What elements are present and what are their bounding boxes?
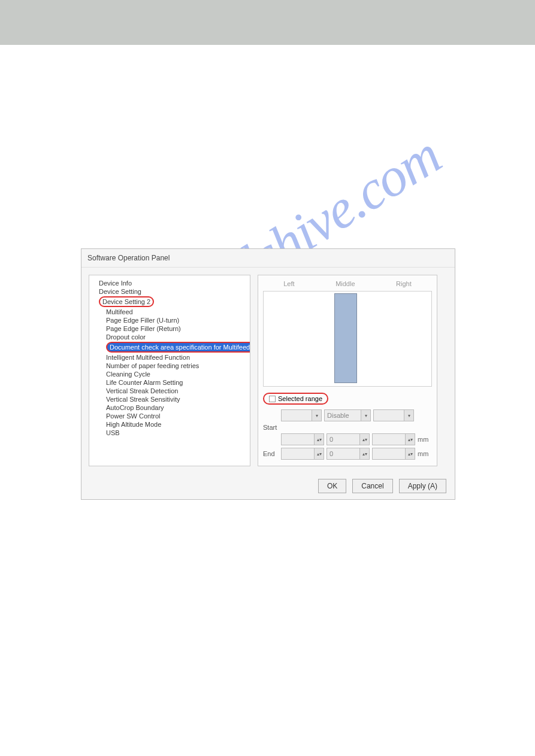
spinner-icon: ▴▾ xyxy=(314,434,324,445)
tree-item-multifeed[interactable]: Multifeed xyxy=(92,308,247,316)
tree-item-device-info[interactable]: Device Info xyxy=(92,279,247,287)
end-num-3[interactable]: ▴▾ xyxy=(372,448,415,460)
start-zero: 0 xyxy=(327,436,333,443)
start-num-2[interactable]: 0▴▾ xyxy=(327,433,370,445)
chevron-down-icon: ▾ xyxy=(404,410,413,421)
tree-item-usb[interactable]: USB xyxy=(92,429,247,437)
tree-item-page-edge-return[interactable]: Page Edge Filler (Return) xyxy=(92,324,247,333)
end-zero: 0 xyxy=(327,450,333,457)
document-preview xyxy=(263,291,432,387)
settings-tree[interactable]: Device Info Device Setting Device Settin… xyxy=(89,275,250,466)
selected-range-checkbox[interactable] xyxy=(269,396,276,402)
tree-item-vertical-streak-detection[interactable]: Vertical Streak Detection xyxy=(92,387,247,395)
tree-item-page-edge-uturn[interactable]: Page Edge Filler (U-turn) xyxy=(92,316,247,324)
spinner-icon: ▴▾ xyxy=(405,434,415,445)
col-middle: Middle xyxy=(335,280,355,287)
spinner-icon: ▴▾ xyxy=(314,448,324,459)
highlight-selected-range: Selected range xyxy=(263,393,328,405)
selected-range-row: Selected range xyxy=(263,393,432,405)
tree-item-intelligent-multifeed[interactable]: Intelligent Multifeed Function xyxy=(92,353,247,362)
combo-2[interactable]: ▾ xyxy=(373,409,414,421)
spinner-icon: ▴▾ xyxy=(359,448,369,459)
spinner-icon: ▴▾ xyxy=(359,434,369,445)
tree-item-high-altitude[interactable]: High Altitude Mode xyxy=(92,420,247,429)
end-num-1[interactable]: ▴▾ xyxy=(281,448,324,460)
software-operation-panel-dialog: Software Operation Panel Device Info Dev… xyxy=(81,248,455,500)
apply-button[interactable]: Apply (A) xyxy=(399,479,446,493)
highlight-doc-check-area: Document check area specification for Mu… xyxy=(106,342,250,353)
top-grey-bar xyxy=(0,0,535,45)
selected-range-label: Selected range xyxy=(278,395,322,402)
start-unit: mm xyxy=(418,436,428,443)
dialog-body: Device Info Device Setting Device Settin… xyxy=(81,268,455,473)
tree-item-power-sw-control[interactable]: Power SW Control xyxy=(92,412,247,420)
disable-row: ▾ Disable▾ ▾ xyxy=(263,409,432,421)
end-label: End xyxy=(263,450,279,457)
dialog-title: Software Operation Panel xyxy=(81,249,455,268)
tree-item-life-counter-alarm[interactable]: Life Counter Alarm Setting xyxy=(92,378,247,387)
tree-item-cleaning-cycle[interactable]: Cleaning Cycle xyxy=(92,370,247,378)
spinner-icon: ▴▾ xyxy=(405,448,415,459)
highlight-device-setting-2: Device Setting 2 xyxy=(99,296,154,307)
col-left: Left xyxy=(283,280,294,287)
button-bar: OK Cancel Apply (A) xyxy=(318,479,446,493)
right-panel: Left Middle Right Selected range ▾ Disab… xyxy=(258,275,437,466)
chevron-down-icon: ▾ xyxy=(361,410,370,421)
start-label: Start xyxy=(263,424,279,431)
end-unit: mm xyxy=(418,450,428,457)
tree-item-device-setting[interactable]: Device Setting xyxy=(92,287,247,296)
cancel-button[interactable]: Cancel xyxy=(352,479,392,493)
combo-1[interactable]: ▾ xyxy=(281,409,322,421)
end-row: End ▴▾ 0▴▾ ▴▾ mm xyxy=(263,448,432,460)
start-values: ▴▾ 0▴▾ ▴▾ mm xyxy=(263,433,432,445)
start-row: Start xyxy=(263,424,432,431)
ok-button[interactable]: OK xyxy=(318,479,346,493)
chevron-down-icon: ▾ xyxy=(312,410,321,421)
end-num-2[interactable]: 0▴▾ xyxy=(327,448,370,460)
column-headers: Left Middle Right xyxy=(263,280,432,287)
tree-item-doc-check-area[interactable]: Document check area specification for Mu… xyxy=(92,341,247,353)
start-num-3[interactable]: ▴▾ xyxy=(372,433,415,445)
tree-item-device-setting-2[interactable]: Device Setting 2 xyxy=(92,296,247,308)
start-num-1[interactable]: ▴▾ xyxy=(281,433,324,445)
combo-disable[interactable]: Disable▾ xyxy=(324,409,371,421)
disable-text: Disable xyxy=(325,412,349,419)
tree-item-autocrop-boundary[interactable]: AutoCrop Boundary xyxy=(92,403,247,412)
preview-rect xyxy=(334,293,357,383)
col-right: Right xyxy=(396,280,412,287)
tree-item-paper-feeding-retries[interactable]: Number of paper feeding retries xyxy=(92,362,247,370)
tree-item-vertical-streak-sensitivity[interactable]: Vertical Streak Sensitivity xyxy=(92,395,247,403)
tree-item-dropout-color[interactable]: Dropout color xyxy=(92,333,247,341)
